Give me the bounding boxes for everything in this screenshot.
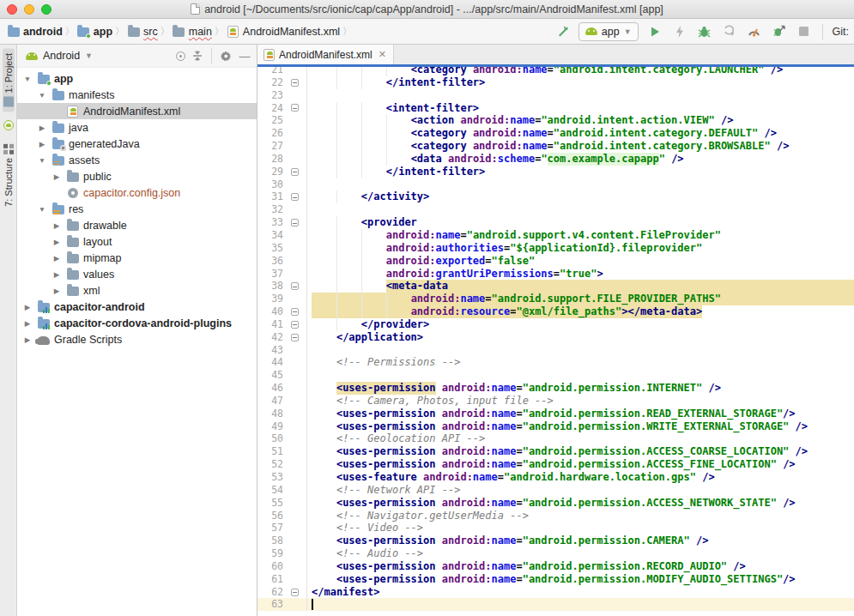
tree-item-capacitor-android[interactable]: ▶capacitor-android	[17, 299, 257, 315]
gutter[interactable]: 57	[257, 522, 307, 534]
git-branch-label[interactable]: Git:	[833, 26, 849, 38]
minimize-window-button[interactable]	[24, 4, 34, 15]
gutter[interactable]: 56	[257, 510, 307, 522]
chevron-collapsed-icon[interactable]: ▶	[51, 238, 62, 246]
tree-item-mipmap[interactable]: ▶mipmap	[17, 250, 257, 266]
gutter[interactable]: 38	[257, 280, 307, 293]
close-icon[interactable]: ✕	[379, 49, 386, 60]
close-window-button[interactable]	[7, 4, 17, 15]
code-line-28[interactable]: 28 <data android:scheme="com.example.cap…	[257, 153, 854, 166]
gutter[interactable]: 52	[257, 458, 307, 471]
code-line-53[interactable]: 53 <uses-feature android:name="android.h…	[257, 471, 854, 484]
gutter[interactable]: 62	[257, 586, 307, 599]
code-line-48[interactable]: 48 <uses-permission android:name="androi…	[257, 408, 854, 420]
gutter[interactable]: 39	[257, 293, 307, 305]
chevron-collapsed-icon[interactable]: ▶	[51, 172, 62, 181]
tree-item-java[interactable]: ▶java	[17, 119, 257, 136]
code-line-38[interactable]: 38 <meta-data	[257, 280, 854, 293]
code-line-41[interactable]: 41 </provider>	[257, 318, 854, 331]
gutter[interactable]: 22	[257, 76, 307, 89]
tree-item-capacitor-cordova-android-plugins[interactable]: ▶capacitor-cordova-android-plugins	[17, 315, 257, 331]
project-view-selector[interactable]: Android	[43, 50, 80, 62]
tool-button-project[interactable]: 1: Project	[3, 48, 15, 112]
code-line-30[interactable]: 30	[257, 178, 854, 191]
tree-item-androidmanifest-xml[interactable]: AndroidManifest.xml	[17, 103, 257, 119]
gutter[interactable]: 25	[257, 114, 307, 127]
code-line-47[interactable]: 47 <!-- Camera, Photos, input file -->	[257, 395, 854, 408]
code-line-61[interactable]: 61 <uses-permission android:name="androi…	[257, 573, 854, 586]
gutter[interactable]: 41	[257, 318, 307, 331]
gutter[interactable]: 54	[257, 484, 307, 497]
gutter[interactable]: 60	[257, 560, 307, 573]
code-editor[interactable]: 21 <category android:name="android.inten…	[257, 67, 854, 616]
tree-item-assets[interactable]: ▼assets	[17, 152, 257, 168]
breadcrumb-item-android[interactable]: android	[7, 26, 63, 38]
gutter[interactable]: 63	[257, 598, 307, 611]
tree-item-app[interactable]: ▼app	[17, 70, 257, 87]
code-line-56[interactable]: 56 <!-- Navigator.getUserMedia -->	[257, 510, 854, 522]
code-line-31[interactable]: 31 </activity>	[257, 190, 854, 203]
tree-item-generatedjava[interactable]: ▶generatedJava	[17, 136, 257, 152]
hide-panel-button[interactable]: —	[238, 49, 251, 63]
gutter[interactable]: 55	[257, 497, 307, 510]
tool-button-structure[interactable]: 7: Structure	[3, 139, 15, 212]
tree-item-xml[interactable]: ▶xml	[17, 282, 257, 299]
collapse-all-button[interactable]	[191, 49, 204, 63]
code-line-29[interactable]: 29 </intent-filter>	[257, 166, 854, 178]
gutter[interactable]: 37	[257, 268, 307, 281]
code-line-44[interactable]: 44 <!-- Permissions -->	[257, 356, 854, 369]
profiler-button[interactable]	[746, 23, 763, 40]
gutter[interactable]: 36	[257, 255, 307, 268]
gutter[interactable]: 61	[257, 573, 307, 586]
android-resource-tool-icon[interactable]	[3, 120, 14, 130]
tree-item-drawable[interactable]: ▶drawable	[17, 217, 257, 233]
gutter[interactable]: 58	[257, 534, 307, 547]
code-line-23[interactable]: 23	[257, 89, 854, 102]
gutter[interactable]: 59	[257, 547, 307, 560]
chevron-collapsed-icon[interactable]: ▶	[37, 140, 47, 148]
gutter[interactable]: 26	[257, 127, 307, 140]
tree-item-res[interactable]: ▼res	[17, 201, 257, 217]
code-line-63[interactable]: 63	[257, 598, 854, 611]
gutter[interactable]: 27	[257, 140, 307, 153]
gutter[interactable]: 24	[257, 102, 307, 115]
gutter[interactable]: 40	[257, 305, 307, 318]
tree-item-public[interactable]: ▶public	[17, 168, 257, 184]
tree-item-capacitor-config-json[interactable]: capacitor.config.json	[17, 184, 257, 201]
apply-code-changes-button[interactable]	[771, 23, 788, 40]
gutter[interactable]: 32	[257, 203, 307, 216]
code-line-27[interactable]: 27 <category android:name="android.inten…	[257, 140, 854, 153]
chevron-expanded-icon[interactable]: ▼	[37, 205, 47, 214]
gutter[interactable]: 35	[257, 242, 307, 255]
gutter[interactable]: 23	[257, 89, 307, 102]
fold-marker-icon[interactable]	[291, 282, 299, 290]
breadcrumb-item-androidmanifest-xml[interactable]: AndroidManifest.xml	[227, 26, 340, 38]
code-line-60[interactable]: 60 <uses-permission android:name="androi…	[257, 560, 854, 573]
code-line-37[interactable]: 37 android:grantUriPermissions="true">	[257, 268, 854, 281]
chevron-collapsed-icon[interactable]: ▶	[51, 254, 62, 263]
gutter[interactable]: 30	[257, 178, 307, 191]
locate-file-button[interactable]	[176, 51, 185, 61]
code-line-22[interactable]: 22 </intent-filter>	[257, 76, 854, 89]
breadcrumb-item-app[interactable]: app	[77, 26, 112, 38]
chevron-collapsed-icon[interactable]: ▶	[51, 221, 62, 230]
gutter[interactable]: 34	[257, 229, 307, 242]
tree-item-values[interactable]: ▶values	[17, 266, 257, 282]
code-line-34[interactable]: 34 android:name="android.support.v4.cont…	[257, 229, 854, 242]
debug-button[interactable]	[696, 23, 713, 40]
code-line-26[interactable]: 26 <category android:name="android.inten…	[257, 127, 854, 140]
fold-marker-icon[interactable]	[291, 308, 299, 316]
tree-item-layout[interactable]: ▶layout	[17, 233, 257, 250]
code-line-49[interactable]: 49 <uses-permission android:name="androi…	[257, 420, 854, 433]
chevron-collapsed-icon[interactable]: ▶	[37, 124, 47, 132]
gutter[interactable]: 43	[257, 344, 307, 357]
code-line-21[interactable]: 21 <category android:name="android.inten…	[257, 67, 854, 76]
tree-item-gradle-scripts[interactable]: ▶Gradle Scripts	[17, 331, 257, 347]
stop-button[interactable]	[796, 23, 813, 40]
attach-debugger-button[interactable]	[721, 23, 738, 40]
gutter[interactable]: 49	[257, 420, 307, 433]
gutter[interactable]: 47	[257, 395, 307, 408]
gutter[interactable]: 50	[257, 432, 307, 445]
zoom-window-button[interactable]	[41, 4, 51, 15]
gutter[interactable]: 48	[257, 408, 307, 420]
